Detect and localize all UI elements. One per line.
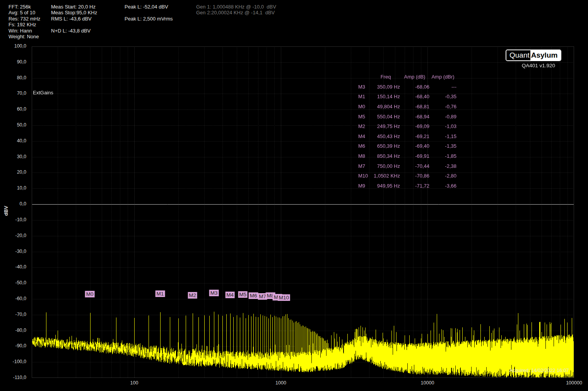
- marker-name: M8: [358, 153, 371, 159]
- marker-flag-m2[interactable]: M2: [188, 292, 197, 299]
- marker-amp-dbr: -2,38: [429, 163, 456, 169]
- marker-amp-db: -69,91: [400, 153, 429, 159]
- y-tick-label: -50,0: [2, 280, 26, 285]
- measurement-line: N+D L: -43,8 dBV: [51, 28, 97, 34]
- y-tick-label: 70,0: [2, 90, 26, 96]
- marker-flag-m1[interactable]: M1: [155, 290, 165, 297]
- ext-gains-label: ExtGains: [33, 90, 53, 96]
- y-tick-label: 80,0: [2, 75, 26, 80]
- marker-amp-dbr: -0,35: [429, 94, 456, 99]
- marker-amp-db: -70,44: [400, 163, 429, 169]
- marker-table-row: M5550,04 Hz-68,94-0,89: [358, 111, 456, 121]
- fft-settings-panel: FFT: 256kAvg: 5 of 10Res: 732 mHzFs: 192…: [9, 4, 40, 39]
- fft-setting-line: FFT: 256k: [9, 4, 40, 10]
- marker-flag-m5[interactable]: M5: [238, 291, 248, 298]
- marker-freq: 750,00 Hz: [371, 163, 400, 169]
- measurement-line: RMS L: -43,6 dBV: [51, 16, 97, 22]
- marker-amp-db: -71,72: [400, 183, 429, 189]
- marker-amp-dbr: ---: [429, 84, 456, 90]
- marker-freq: 150,14 Hz: [371, 94, 400, 99]
- marker-name: M4: [358, 133, 371, 139]
- marker-amp-db: -69,09: [400, 123, 429, 129]
- marker-amp-dbr: -2,80: [429, 173, 456, 179]
- marker-amp-db: -68,40: [400, 94, 429, 99]
- marker-table-row: M3350,09 Hz-68,06---: [358, 82, 456, 92]
- marker-flag-m10[interactable]: M10: [278, 294, 290, 301]
- marker-table-row: M7750,00 Hz-70,44-2,38: [358, 161, 456, 171]
- marker-amp-db: -68,94: [400, 114, 429, 120]
- marker-freq: 949,95 Hz: [371, 183, 400, 189]
- marker-name: M9: [358, 183, 371, 189]
- marker-flag-m6[interactable]: M6: [249, 292, 258, 299]
- marker-table-row: M2249,75 Hz-69,09-1,03: [358, 121, 456, 131]
- version-label: QA401 v1.920: [499, 63, 555, 68]
- fft-setting-line: Weight: None: [9, 34, 40, 39]
- y-tick-label: 90,0: [2, 59, 26, 65]
- marker-name: M7: [358, 163, 371, 169]
- peak-line: Peak L: -52,04 dBV: [125, 4, 173, 10]
- x-tick-label: 100000: [566, 380, 582, 386]
- y-tick-label: -80,0: [2, 328, 26, 333]
- acquired-timestamp: Acquired: 14/02/2022 16:07: [480, 368, 569, 373]
- marker-table-corner: [358, 74, 371, 80]
- y-tick-label: -100,0: [2, 359, 26, 364]
- marker-amp-db: -68,06: [400, 84, 429, 90]
- measurement-line: Meas Start: 20,0 Hz: [51, 4, 97, 10]
- marker-freq: 49,804 Hz: [371, 104, 400, 109]
- x-tick-label: 10000: [421, 380, 434, 386]
- marker-amp-dbr: -3,66: [429, 183, 456, 189]
- y-tick-label: -70,0: [2, 312, 26, 317]
- peak-line: Peak L: 2,500 mVrms: [125, 16, 173, 22]
- measurement-line: Meas Stop:95,0 KHz: [51, 10, 97, 15]
- y-tick-label: 60,0: [2, 106, 26, 112]
- marker-freq: 350,09 Hz: [371, 84, 400, 90]
- fft-setting-line: Res: 732 mHz: [9, 16, 40, 22]
- measurement-line: [51, 22, 97, 27]
- marker-table-header-cell: Freq: [371, 74, 400, 80]
- y-tick-label: 100,0: [2, 43, 26, 49]
- y-tick-label: -30,0: [2, 249, 26, 254]
- peak-readout-panel: Peak L: -52,04 dBV Peak L: 2,500 mVrms: [125, 4, 173, 22]
- fft-setting-line: Avg: 5 of 10: [9, 10, 40, 15]
- y-tick-label: 0,0: [2, 201, 26, 207]
- marker-freq: 650,39 Hz: [371, 143, 400, 149]
- marker-amp-dbr: -1,15: [429, 133, 456, 139]
- marker-flag-m3[interactable]: M3: [209, 290, 219, 296]
- marker-name: M3: [358, 84, 371, 90]
- marker-name: M0: [358, 104, 371, 109]
- marker-freq: 249,75 Hz: [371, 123, 400, 129]
- y-tick-label: 50,0: [2, 122, 26, 128]
- spectrum-plot[interactable]: [32, 46, 574, 378]
- marker-amp-dbr: -1,35: [429, 143, 456, 149]
- y-tick-label: -40,0: [2, 264, 26, 270]
- x-tick-label: 100: [130, 380, 138, 386]
- x-tick-label: 1000: [275, 380, 286, 386]
- peak-line: [125, 10, 173, 15]
- y-tick-label: -90,0: [2, 343, 26, 348]
- marker-name: M5: [358, 114, 371, 120]
- marker-table-header-cell: Amp (dB): [400, 74, 429, 80]
- marker-table-header-cell: Amp (dBr): [429, 74, 456, 80]
- marker-table-header-row: FreqAmp (dB)Amp (dBr): [358, 72, 456, 82]
- y-tick-label: 40,0: [2, 138, 26, 143]
- marker-table: FreqAmp (dB)Amp (dBr)M3350,09 Hz-68,06--…: [358, 72, 456, 191]
- generator-panel: Gen 1: 1,000488 KHz @ -10,0 dBVGen 2:20,…: [196, 4, 276, 16]
- marker-name: M6: [358, 143, 371, 149]
- y-tick-label: -110,0: [2, 375, 26, 380]
- marker-flag-m0[interactable]: M0: [85, 291, 95, 297]
- generator-line: Gen 1: 1,000488 KHz @ -10,0 dBV: [196, 4, 276, 10]
- marker-name: M1: [358, 94, 371, 99]
- y-tick-label: -10,0: [2, 217, 26, 222]
- marker-table-row: M049,804 Hz-68,81-0,76: [358, 102, 456, 112]
- measurement-panel: Meas Start: 20,0 HzMeas Stop:95,0 KHzRMS…: [51, 4, 97, 34]
- logo-quant: Quant: [506, 50, 530, 60]
- marker-amp-dbr: -0,89: [429, 114, 456, 120]
- fft-setting-line: Fs: 192 KHz: [9, 22, 40, 27]
- marker-amp-db: -68,81: [400, 104, 429, 109]
- quantasylum-logo: Quant Asylum: [506, 50, 561, 61]
- marker-name: M2: [358, 123, 371, 129]
- marker-flag-m4[interactable]: M4: [225, 292, 235, 298]
- marker-freq: 450,43 Hz: [371, 133, 400, 139]
- logo-asylum: Asylum: [530, 50, 561, 60]
- y-tick-label: -20,0: [2, 233, 26, 238]
